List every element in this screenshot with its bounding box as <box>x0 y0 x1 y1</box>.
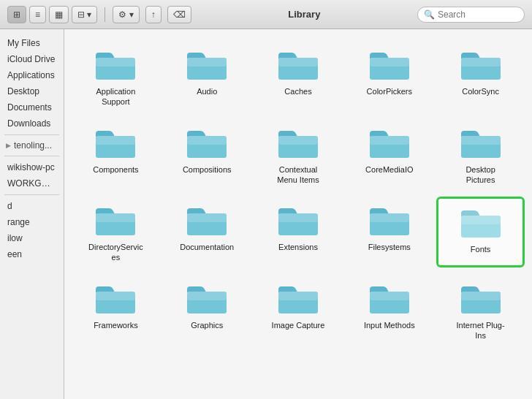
folder-item-compositions[interactable]: Compositions <box>163 119 251 190</box>
sidebar-item-documents[interactable]: Documents <box>0 99 64 115</box>
sidebar-item-een[interactable]: een <box>0 246 64 262</box>
svg-rect-19 <box>461 136 501 145</box>
sidebar-separator-3 <box>4 194 59 195</box>
svg-rect-3 <box>187 58 227 66</box>
folder-icon <box>367 279 412 317</box>
svg-rect-15 <box>278 136 318 145</box>
toolbar-view-buttons: ⊞ ≡ ▦ ⊟ ▾ <box>7 6 97 23</box>
window-title: Library <box>197 9 411 20</box>
svg-rect-1 <box>96 58 135 66</box>
folder-label: Frameworks <box>94 320 138 330</box>
folder-label: Input Methods <box>364 320 415 330</box>
folder-icon <box>458 123 503 162</box>
content-area: Application Support Audio Caches ColorPi… <box>64 29 532 399</box>
sidebar-item-desktop[interactable]: Desktop <box>0 83 64 99</box>
sidebar-separator-2 <box>4 156 59 156</box>
folder-label: DirectoryServices <box>86 242 145 263</box>
folder-item-filesystems[interactable]: Filesystems <box>345 197 433 267</box>
folder-label: Extensions <box>278 242 318 252</box>
sidebar-item-ilow[interactable]: ilow <box>0 230 64 246</box>
folder-item-input-methods[interactable]: Input Methods <box>345 275 433 346</box>
folder-item-contextual-menu-items[interactable]: Contextual Menu Items <box>254 119 343 190</box>
folder-icon <box>184 123 229 162</box>
icon-list-button[interactable]: ≡ <box>29 6 46 23</box>
folder-item-directoryservices[interactable]: DirectoryServices <box>72 197 160 267</box>
main-area: My Files iCloud Drive Applications Deskt… <box>0 29 532 399</box>
folder-item-frameworks[interactable]: Frameworks <box>72 275 160 346</box>
folder-icon <box>184 45 229 83</box>
icon-grid-button[interactable]: ⊞ <box>7 6 26 23</box>
folder-icon <box>93 123 138 162</box>
folder-item-audio[interactable]: Audio <box>163 41 251 112</box>
back-button[interactable]: ⌫ <box>167 6 191 23</box>
folder-item-components[interactable]: Components <box>72 119 160 190</box>
folder-item-image-capture[interactable]: Image Capture <box>254 275 343 346</box>
folder-icon <box>367 201 412 239</box>
folder-icon <box>276 201 321 239</box>
folder-item-application-support[interactable]: Application Support <box>72 41 160 112</box>
sidebar-item-range[interactable]: range <box>0 214 64 230</box>
icon-columns-button[interactable]: ▦ <box>49 6 69 23</box>
folder-label: Internet Plug-Ins <box>452 320 510 341</box>
folder-icon <box>458 203 503 241</box>
folder-label: Contextual Menu Items <box>269 164 327 186</box>
folder-icon <box>276 45 321 83</box>
folder-icon <box>276 279 321 317</box>
folder-item-extensions[interactable]: Extensions <box>254 197 343 267</box>
folder-grid: Application Support Audio Caches ColorPi… <box>72 41 525 345</box>
svg-rect-9 <box>461 58 501 66</box>
sidebar-item-icloud[interactable]: iCloud Drive <box>0 51 64 67</box>
titlebar: ⊞ ≡ ▦ ⊟ ▾ ⚙ ▾ ↑ ⌫ Library 🔍 <box>0 0 532 29</box>
svg-rect-11 <box>96 136 135 145</box>
folder-icon <box>184 201 229 239</box>
folder-item-colorpickers[interactable]: ColorPickers <box>345 41 433 112</box>
sidebar-item-myfiles[interactable]: My Files <box>0 35 64 51</box>
folder-item-graphics[interactable]: Graphics <box>163 275 251 346</box>
search-bar[interactable]: 🔍 <box>417 7 525 23</box>
folder-item-desktop-pictures[interactable]: Desktop Pictures <box>436 119 525 190</box>
share-button[interactable]: ↑ <box>145 6 162 23</box>
folder-label: Components <box>93 164 138 175</box>
folder-icon <box>93 279 138 317</box>
icon-cover-button[interactable]: ⊟ ▾ <box>72 6 97 23</box>
folder-item-internet-plug-ins[interactable]: Internet Plug-Ins <box>436 275 525 346</box>
folder-item-fonts[interactable]: Fonts <box>436 197 525 267</box>
svg-rect-13 <box>187 136 227 145</box>
action-button[interactable]: ⚙ ▾ <box>113 6 139 23</box>
sidebar-item-downloads[interactable]: Downloads <box>0 115 64 132</box>
folder-label: Image Capture <box>272 320 325 330</box>
folder-icon <box>184 279 229 317</box>
sidebar-item-wikishow[interactable]: wikishow-pc <box>0 159 64 175</box>
folder-label: Audio <box>197 86 217 96</box>
folder-icon <box>276 123 321 162</box>
folder-label: CoreMediaIO <box>365 164 413 175</box>
chevron-right-icon: ▶ <box>6 142 11 149</box>
folder-item-documentation[interactable]: Documentation <box>163 197 251 267</box>
sidebar-separator-1 <box>4 134 59 135</box>
toolbar-divider-1 <box>104 7 105 22</box>
sidebar-group-tenoling[interactable]: ▶ tenoling... <box>0 138 64 153</box>
folder-icon <box>367 123 412 162</box>
svg-rect-23 <box>187 213 227 222</box>
folder-label: Application Support <box>86 86 145 107</box>
svg-rect-17 <box>370 136 409 145</box>
search-icon: 🔍 <box>424 10 435 20</box>
sidebar-item-workgroup[interactable]: WORKGROUP <box>0 175 64 191</box>
folder-item-coremediaio[interactable]: CoreMediaIO <box>345 119 433 190</box>
svg-rect-7 <box>370 58 409 66</box>
folder-label: Compositions <box>183 164 232 175</box>
svg-rect-39 <box>461 292 501 300</box>
sidebar-item-d[interactable]: d <box>0 198 64 214</box>
folder-label: Desktop Pictures <box>452 164 510 186</box>
svg-rect-37 <box>370 292 409 300</box>
svg-rect-25 <box>278 213 318 222</box>
folder-label: Graphics <box>191 320 223 330</box>
svg-rect-33 <box>187 292 227 300</box>
svg-rect-5 <box>278 58 318 66</box>
folder-item-colorsync[interactable]: ColorSync <box>436 41 525 112</box>
svg-rect-29 <box>461 216 501 224</box>
search-input[interactable] <box>438 10 518 20</box>
svg-rect-35 <box>278 292 318 300</box>
folder-item-caches[interactable]: Caches <box>254 41 343 112</box>
sidebar-item-applications[interactable]: Applications <box>0 67 64 83</box>
